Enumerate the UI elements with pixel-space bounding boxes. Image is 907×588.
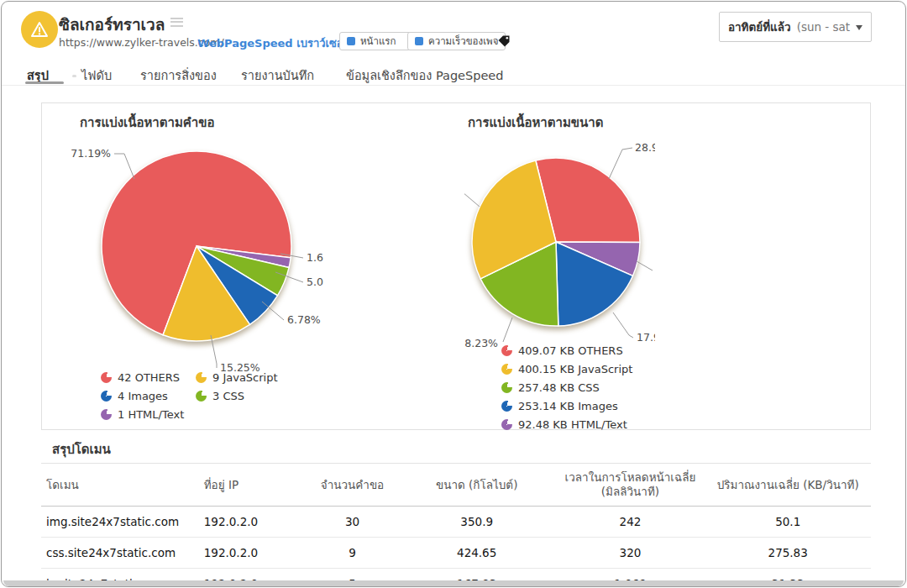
legend-label: 409.07 KB OTHERS	[518, 344, 623, 357]
callout-label: 71.19%	[71, 147, 111, 160]
content-breakdown-panel: การแบ่งเนื้อหาตามคำขอ การแบ่งเนื้อหาตามข…	[41, 102, 871, 430]
cell-throughput: 50.1	[705, 506, 871, 537]
pie-icon	[501, 382, 512, 393]
table-row[interactable]: css.site24x7static.com 192.0.2.0 9 424.6…	[41, 537, 871, 568]
blue-square-icon	[347, 37, 355, 45]
cell-requests: 9	[307, 537, 398, 568]
badge-label: ความเร็วของเพจ	[428, 34, 498, 49]
cell-load-time: 242	[556, 506, 705, 537]
col-load-time[interactable]: เวลาในการโหลดหน้าเฉลี่ย (มิลลิวินาที)	[556, 464, 705, 507]
legend-item: 253.14 KB Images	[501, 399, 669, 412]
table-row[interactable]: img.site24x7static.com 192.0.2.0 30 350.…	[41, 506, 871, 537]
callout-label: 17.92%	[637, 331, 655, 344]
legend-label: 253.14 KB Images	[518, 400, 618, 412]
callout-label: 1.69%	[307, 251, 323, 264]
legend-item: 400.15 KB JavaScript	[501, 362, 669, 375]
monitor-type-link[interactable]: WebPageSpeed เบราว์เซอร์ ()	[197, 34, 363, 52]
callout-label: 6.78%	[287, 313, 321, 326]
legend-item: 4 Images	[101, 389, 196, 402]
legend-item: 3 CSS	[196, 389, 330, 402]
pie-icon	[501, 345, 512, 356]
badge-home-page[interactable]: หน้าแรก	[339, 32, 417, 50]
callout-line	[637, 261, 653, 270]
warning-triangle-icon	[29, 20, 50, 39]
col-requests[interactable]: จำนวนคำขอ	[307, 464, 398, 507]
callout-line	[464, 192, 480, 207]
cell-domain: css.site24x7static.com	[41, 537, 199, 568]
hamburger-menu-icon[interactable]	[170, 18, 183, 29]
legend-item: 9 JavaScript	[196, 370, 330, 384]
cell-requests: 30	[307, 506, 398, 537]
legend-by-size: 409.07 KB OTHERS 400.15 KB JavaScript 25…	[501, 344, 669, 431]
tag-icon[interactable]	[497, 34, 511, 48]
cell-domain: img.site24x7static.com	[41, 506, 199, 537]
tab-pagespeed-insights[interactable]: ข้อมูลเชิงลึกของ PageSpeed	[346, 66, 503, 85]
pie-chart-by-request: 71.19%1.69%5.08%6.78%15.25%	[52, 127, 323, 407]
callout-label: 18.23%	[464, 337, 498, 349]
cell-size: 350.9	[398, 506, 556, 537]
pie-icon	[501, 419, 512, 430]
callout-label: 28.96%	[635, 141, 655, 154]
date-range-selector[interactable]: อาทิตย์ที่แล้ว (sun - sat	[719, 12, 872, 42]
active-tab-underline	[25, 81, 64, 84]
blue-square-icon	[415, 37, 423, 45]
legend-label: 400.15 KB JavaScript	[518, 363, 632, 375]
pie-icon	[196, 372, 207, 383]
legend-label: 9 JavaScript	[212, 371, 278, 384]
legend-label: 3 CSS	[212, 390, 244, 402]
col-ip[interactable]: ที่อยู่ IP	[199, 464, 307, 507]
pie-icon	[101, 372, 112, 383]
monitor-warning-logo	[21, 11, 58, 48]
legend-label: 42 OTHERS	[118, 371, 180, 384]
col-domain[interactable]: โดเมน	[41, 464, 199, 507]
domain-summary-table: โดเมน ที่อยู่ IP จำนวนคำขอ ขนาด (กิโลไบต…	[41, 463, 871, 587]
tab-log-report[interactable]: รายงานบันทึก	[241, 66, 314, 85]
cell-throughput: 275.83	[705, 537, 871, 568]
badge-label: หน้าแรก	[360, 34, 396, 49]
cell-ip: 192.0.2.0	[199, 537, 307, 568]
legend-item: 409.07 KB OTHERS	[501, 344, 669, 357]
legend-label: 257.48 KB CSS	[518, 381, 600, 394]
horizontal-scrollbar[interactable]	[3, 580, 904, 586]
cell-ip: 192.0.2.0	[199, 506, 307, 537]
pie-icon	[501, 364, 512, 375]
legend-label: 4 Images	[118, 390, 168, 402]
callout-line	[503, 318, 512, 342]
col-size[interactable]: ขนาด (กิโลไบต์)	[398, 464, 556, 507]
legend-item: 42 OTHERS	[101, 370, 196, 384]
callout-line	[114, 154, 134, 179]
legend-item: 257.48 KB CSS	[501, 381, 669, 394]
date-range-detail: (sun - sat	[797, 20, 850, 34]
chevron-down-icon	[856, 25, 862, 30]
callout-line	[613, 312, 633, 338]
legend-item: 1 HTML/Text	[101, 407, 196, 421]
cell-size: 424.65	[398, 537, 556, 568]
pie-icon	[196, 391, 207, 402]
legend-label: 92.48 KB HTML/Text	[518, 418, 627, 431]
tab-inventory[interactable]: รายการสิ่งของ	[140, 66, 217, 85]
pie-icon	[101, 391, 112, 402]
col-throughput[interactable]: ปริมาณงานเฉลี่ย (KB/วินาที)	[705, 464, 871, 507]
app-window: ซิลเกอร์ทราเวล https://www.zylker-travel…	[1, 1, 906, 587]
badge-page-speed[interactable]: ความเร็วของเพจ	[407, 32, 506, 50]
pie-icon	[501, 401, 512, 412]
tabs-divider	[2, 85, 905, 86]
page-title: ซิลเกอร์ทราเวล	[59, 12, 165, 37]
legend-label: 1 HTML/Text	[118, 408, 184, 421]
table-header-row: โดเมน ที่อยู่ IP จำนวนคำขอ ขนาด (กิโลไบต…	[41, 464, 871, 507]
legend-by-request: 42 OTHERS 9 JavaScript 4 Images 3 CSS 1 …	[101, 370, 330, 421]
tab-outages[interactable]: ไฟดับ	[81, 66, 112, 85]
domain-summary-title: สรุปโดเมน	[52, 439, 111, 459]
callout-label: 5.08%	[307, 276, 323, 288]
tab-status-dot	[72, 75, 76, 77]
cell-load-time: 320	[556, 537, 705, 568]
legend-item: 92.48 KB HTML/Text	[501, 417, 669, 431]
callout-line	[609, 148, 632, 179]
date-range-label: อาทิตย์ที่แล้ว	[728, 18, 791, 36]
pie-icon	[101, 409, 112, 420]
